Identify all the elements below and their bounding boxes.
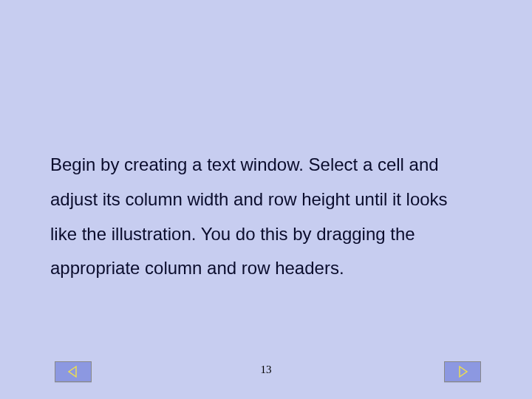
svg-marker-1 xyxy=(460,366,467,377)
prev-button[interactable] xyxy=(55,361,92,382)
next-button[interactable] xyxy=(444,361,481,382)
slide-body-text: Begin by creating a text window. Select … xyxy=(50,148,479,286)
arrow-right-icon xyxy=(456,365,469,378)
svg-marker-0 xyxy=(69,366,76,377)
arrow-left-icon xyxy=(66,365,80,378)
